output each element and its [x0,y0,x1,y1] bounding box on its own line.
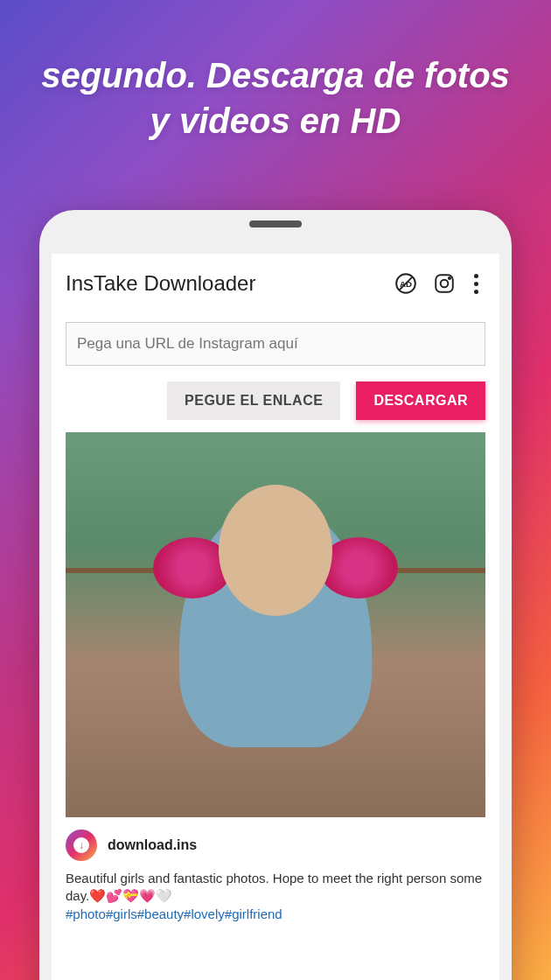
post-caption: Beautiful girls and fantastic photos. Ho… [52,866,499,923]
post-meta-row: download.ins [52,817,499,866]
avatar[interactable] [66,830,97,861]
button-row: PEGUE EL ENLACE DESCARGAR [52,376,499,432]
caption-emoji: ❤️💕💝💗🤍 [89,888,172,903]
more-icon[interactable] [467,274,485,294]
app-screen: InsTake Downloader AD [52,254,499,980]
url-input[interactable] [66,322,485,366]
download-button[interactable]: DESCARGAR [356,382,485,420]
flower-decoration [153,537,232,598]
flower-decoration [319,537,398,598]
phone-frame: InsTake Downloader AD [39,210,512,980]
post-image-preview[interactable] [66,432,485,817]
promo-headline: segundo. Descarga de fotos y videos en H… [0,52,551,144]
app-title: InsTake Downloader [66,271,383,296]
caption-hashtags[interactable]: #photo#girls#beauty#lovely#girlfriend [66,906,282,921]
no-ads-icon[interactable]: AD [390,268,422,299]
app-header: InsTake Downloader AD [52,254,499,306]
svg-point-5 [449,277,450,279]
instagram-icon[interactable] [429,268,460,299]
url-input-container [52,306,499,376]
download-arrow-icon [73,837,89,853]
svg-point-4 [441,280,449,288]
phone-notch [249,220,302,228]
paste-link-button[interactable]: PEGUE EL ENLACE [167,382,340,420]
post-username[interactable]: download.ins [108,837,197,853]
